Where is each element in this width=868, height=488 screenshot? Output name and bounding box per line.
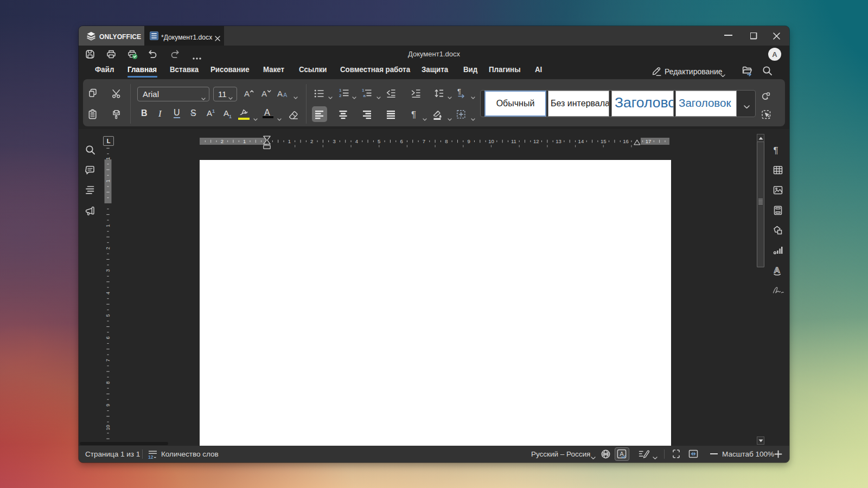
svg-text:¶: ¶ bbox=[774, 145, 778, 156]
svg-text:2: 2 bbox=[105, 247, 111, 249]
svg-text:1: 1 bbox=[105, 224, 111, 227]
svg-text:А: А bbox=[277, 89, 283, 98]
svg-text:3: 3 bbox=[333, 138, 335, 144]
svg-text:4: 4 bbox=[105, 292, 111, 294]
svg-text:5: 5 bbox=[378, 138, 380, 144]
svg-text:8: 8 bbox=[105, 381, 111, 384]
svg-text:A: A bbox=[620, 451, 624, 457]
svg-text:12: 12 bbox=[533, 138, 539, 144]
svg-text:6: 6 bbox=[105, 337, 111, 339]
svg-text:1: 1 bbox=[105, 157, 111, 160]
svg-text:A: A bbox=[244, 89, 250, 98]
svg-text:10: 10 bbox=[105, 425, 111, 430]
svg-text:7: 7 bbox=[105, 359, 111, 362]
svg-text:2: 2 bbox=[221, 138, 224, 144]
svg-text:1: 1 bbox=[243, 138, 246, 144]
svg-text:2: 2 bbox=[310, 138, 313, 144]
svg-text:10: 10 bbox=[488, 138, 494, 144]
svg-text:1: 1 bbox=[362, 88, 365, 93]
svg-text:16: 16 bbox=[623, 138, 629, 144]
svg-text:13: 13 bbox=[556, 138, 561, 144]
svg-text:1: 1 bbox=[105, 179, 111, 182]
svg-text:1: 1 bbox=[339, 88, 342, 93]
svg-text:3: 3 bbox=[105, 269, 111, 272]
svg-text:9: 9 bbox=[468, 138, 470, 144]
svg-text:8: 8 bbox=[445, 138, 448, 144]
svg-text:7: 7 bbox=[423, 138, 425, 144]
svg-text:12: 12 bbox=[148, 454, 154, 459]
svg-text:A: A bbox=[261, 89, 267, 98]
svg-text:6: 6 bbox=[400, 138, 403, 144]
svg-text:4: 4 bbox=[355, 138, 358, 144]
svg-text:11: 11 bbox=[511, 138, 516, 144]
svg-text:9: 9 bbox=[105, 404, 111, 407]
svg-text:1: 1 bbox=[288, 138, 291, 144]
svg-text:5: 5 bbox=[105, 314, 111, 317]
svg-text:15: 15 bbox=[601, 138, 607, 144]
svg-text:A: A bbox=[774, 265, 780, 274]
svg-text:¶: ¶ bbox=[411, 110, 416, 119]
svg-text:А: А bbox=[283, 92, 288, 98]
svg-text:17: 17 bbox=[646, 138, 652, 144]
svg-text:14: 14 bbox=[578, 138, 584, 144]
svg-text:2: 2 bbox=[339, 93, 342, 98]
svg-text:а: а bbox=[363, 93, 366, 98]
svg-text:¶: ¶ bbox=[457, 88, 461, 95]
